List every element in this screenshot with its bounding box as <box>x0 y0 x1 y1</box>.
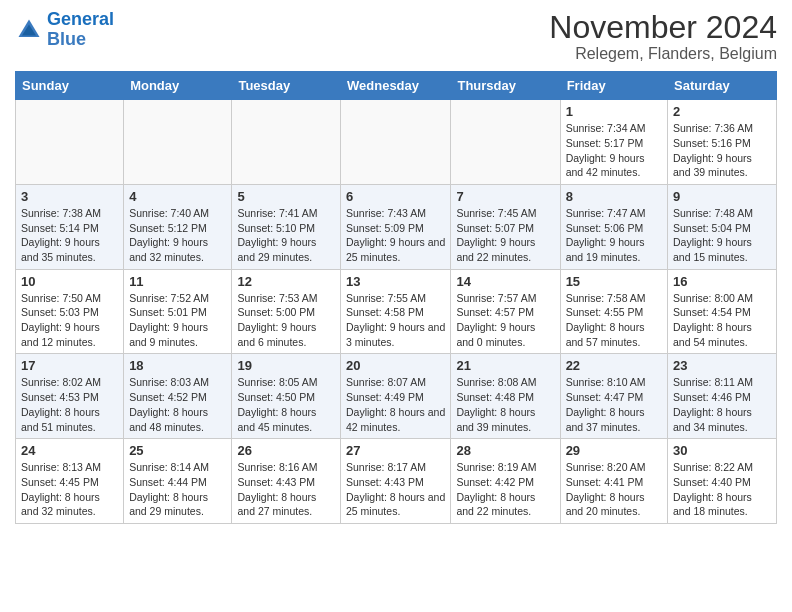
day-cell: 24Sunrise: 8:13 AM Sunset: 4:45 PM Dayli… <box>16 439 124 524</box>
day-cell: 20Sunrise: 8:07 AM Sunset: 4:49 PM Dayli… <box>341 354 451 439</box>
day-info: Sunrise: 7:57 AM Sunset: 4:57 PM Dayligh… <box>456 291 554 350</box>
title-area: November 2024 Relegem, Flanders, Belgium <box>549 10 777 63</box>
day-cell: 21Sunrise: 8:08 AM Sunset: 4:48 PM Dayli… <box>451 354 560 439</box>
day-cell: 3Sunrise: 7:38 AM Sunset: 5:14 PM Daylig… <box>16 184 124 269</box>
day-header-saturday: Saturday <box>668 72 777 100</box>
day-cell: 13Sunrise: 7:55 AM Sunset: 4:58 PM Dayli… <box>341 269 451 354</box>
day-cell: 12Sunrise: 7:53 AM Sunset: 5:00 PM Dayli… <box>232 269 341 354</box>
day-cell <box>341 100 451 185</box>
day-number: 29 <box>566 443 662 458</box>
day-number: 6 <box>346 189 445 204</box>
day-info: Sunrise: 8:03 AM Sunset: 4:52 PM Dayligh… <box>129 375 226 434</box>
day-cell: 10Sunrise: 7:50 AM Sunset: 5:03 PM Dayli… <box>16 269 124 354</box>
day-info: Sunrise: 8:16 AM Sunset: 4:43 PM Dayligh… <box>237 460 335 519</box>
day-number: 3 <box>21 189 118 204</box>
day-number: 25 <box>129 443 226 458</box>
day-cell: 29Sunrise: 8:20 AM Sunset: 4:41 PM Dayli… <box>560 439 667 524</box>
day-cell: 5Sunrise: 7:41 AM Sunset: 5:10 PM Daylig… <box>232 184 341 269</box>
day-info: Sunrise: 7:41 AM Sunset: 5:10 PM Dayligh… <box>237 206 335 265</box>
day-cell: 8Sunrise: 7:47 AM Sunset: 5:06 PM Daylig… <box>560 184 667 269</box>
day-number: 24 <box>21 443 118 458</box>
day-info: Sunrise: 8:00 AM Sunset: 4:54 PM Dayligh… <box>673 291 771 350</box>
day-cell: 2Sunrise: 7:36 AM Sunset: 5:16 PM Daylig… <box>668 100 777 185</box>
day-info: Sunrise: 7:38 AM Sunset: 5:14 PM Dayligh… <box>21 206 118 265</box>
day-cell <box>451 100 560 185</box>
day-number: 9 <box>673 189 771 204</box>
day-number: 14 <box>456 274 554 289</box>
day-info: Sunrise: 7:50 AM Sunset: 5:03 PM Dayligh… <box>21 291 118 350</box>
week-row-2: 3Sunrise: 7:38 AM Sunset: 5:14 PM Daylig… <box>16 184 777 269</box>
day-info: Sunrise: 8:17 AM Sunset: 4:43 PM Dayligh… <box>346 460 445 519</box>
day-cell <box>16 100 124 185</box>
day-number: 2 <box>673 104 771 119</box>
day-number: 17 <box>21 358 118 373</box>
header-row: SundayMondayTuesdayWednesdayThursdayFrid… <box>16 72 777 100</box>
day-cell: 16Sunrise: 8:00 AM Sunset: 4:54 PM Dayli… <box>668 269 777 354</box>
day-info: Sunrise: 8:10 AM Sunset: 4:47 PM Dayligh… <box>566 375 662 434</box>
day-info: Sunrise: 7:36 AM Sunset: 5:16 PM Dayligh… <box>673 121 771 180</box>
day-cell: 4Sunrise: 7:40 AM Sunset: 5:12 PM Daylig… <box>124 184 232 269</box>
week-row-3: 10Sunrise: 7:50 AM Sunset: 5:03 PM Dayli… <box>16 269 777 354</box>
day-number: 21 <box>456 358 554 373</box>
day-info: Sunrise: 7:53 AM Sunset: 5:00 PM Dayligh… <box>237 291 335 350</box>
logo-text: General Blue <box>47 10 114 50</box>
day-info: Sunrise: 8:19 AM Sunset: 4:42 PM Dayligh… <box>456 460 554 519</box>
day-number: 26 <box>237 443 335 458</box>
day-info: Sunrise: 8:14 AM Sunset: 4:44 PM Dayligh… <box>129 460 226 519</box>
day-info: Sunrise: 7:47 AM Sunset: 5:06 PM Dayligh… <box>566 206 662 265</box>
day-cell <box>232 100 341 185</box>
day-info: Sunrise: 7:43 AM Sunset: 5:09 PM Dayligh… <box>346 206 445 265</box>
day-cell: 26Sunrise: 8:16 AM Sunset: 4:43 PM Dayli… <box>232 439 341 524</box>
day-info: Sunrise: 7:52 AM Sunset: 5:01 PM Dayligh… <box>129 291 226 350</box>
day-header-friday: Friday <box>560 72 667 100</box>
day-info: Sunrise: 8:11 AM Sunset: 4:46 PM Dayligh… <box>673 375 771 434</box>
day-number: 22 <box>566 358 662 373</box>
week-row-5: 24Sunrise: 8:13 AM Sunset: 4:45 PM Dayli… <box>16 439 777 524</box>
page: General Blue November 2024 Relegem, Flan… <box>0 0 792 612</box>
month-title: November 2024 <box>549 10 777 45</box>
day-info: Sunrise: 8:20 AM Sunset: 4:41 PM Dayligh… <box>566 460 662 519</box>
header: General Blue November 2024 Relegem, Flan… <box>15 10 777 63</box>
day-info: Sunrise: 8:05 AM Sunset: 4:50 PM Dayligh… <box>237 375 335 434</box>
day-header-wednesday: Wednesday <box>341 72 451 100</box>
day-number: 1 <box>566 104 662 119</box>
calendar: SundayMondayTuesdayWednesdayThursdayFrid… <box>15 71 777 524</box>
logo-line2: Blue <box>47 29 86 49</box>
day-cell: 30Sunrise: 8:22 AM Sunset: 4:40 PM Dayli… <box>668 439 777 524</box>
day-header-thursday: Thursday <box>451 72 560 100</box>
day-number: 23 <box>673 358 771 373</box>
day-number: 19 <box>237 358 335 373</box>
day-cell: 28Sunrise: 8:19 AM Sunset: 4:42 PM Dayli… <box>451 439 560 524</box>
day-number: 27 <box>346 443 445 458</box>
day-info: Sunrise: 7:34 AM Sunset: 5:17 PM Dayligh… <box>566 121 662 180</box>
day-number: 18 <box>129 358 226 373</box>
day-number: 11 <box>129 274 226 289</box>
day-cell: 19Sunrise: 8:05 AM Sunset: 4:50 PM Dayli… <box>232 354 341 439</box>
day-cell: 18Sunrise: 8:03 AM Sunset: 4:52 PM Dayli… <box>124 354 232 439</box>
day-cell: 22Sunrise: 8:10 AM Sunset: 4:47 PM Dayli… <box>560 354 667 439</box>
day-info: Sunrise: 8:13 AM Sunset: 4:45 PM Dayligh… <box>21 460 118 519</box>
day-cell: 9Sunrise: 7:48 AM Sunset: 5:04 PM Daylig… <box>668 184 777 269</box>
day-info: Sunrise: 8:22 AM Sunset: 4:40 PM Dayligh… <box>673 460 771 519</box>
day-cell: 27Sunrise: 8:17 AM Sunset: 4:43 PM Dayli… <box>341 439 451 524</box>
day-cell: 23Sunrise: 8:11 AM Sunset: 4:46 PM Dayli… <box>668 354 777 439</box>
day-number: 20 <box>346 358 445 373</box>
day-cell <box>124 100 232 185</box>
day-info: Sunrise: 7:58 AM Sunset: 4:55 PM Dayligh… <box>566 291 662 350</box>
day-number: 4 <box>129 189 226 204</box>
day-number: 5 <box>237 189 335 204</box>
day-number: 16 <box>673 274 771 289</box>
day-info: Sunrise: 8:07 AM Sunset: 4:49 PM Dayligh… <box>346 375 445 434</box>
subtitle: Relegem, Flanders, Belgium <box>549 45 777 63</box>
day-cell: 11Sunrise: 7:52 AM Sunset: 5:01 PM Dayli… <box>124 269 232 354</box>
day-info: Sunrise: 7:40 AM Sunset: 5:12 PM Dayligh… <box>129 206 226 265</box>
day-info: Sunrise: 7:45 AM Sunset: 5:07 PM Dayligh… <box>456 206 554 265</box>
week-row-1: 1Sunrise: 7:34 AM Sunset: 5:17 PM Daylig… <box>16 100 777 185</box>
day-info: Sunrise: 7:55 AM Sunset: 4:58 PM Dayligh… <box>346 291 445 350</box>
day-info: Sunrise: 8:02 AM Sunset: 4:53 PM Dayligh… <box>21 375 118 434</box>
day-number: 7 <box>456 189 554 204</box>
day-number: 15 <box>566 274 662 289</box>
day-number: 28 <box>456 443 554 458</box>
day-cell: 6Sunrise: 7:43 AM Sunset: 5:09 PM Daylig… <box>341 184 451 269</box>
day-cell: 15Sunrise: 7:58 AM Sunset: 4:55 PM Dayli… <box>560 269 667 354</box>
